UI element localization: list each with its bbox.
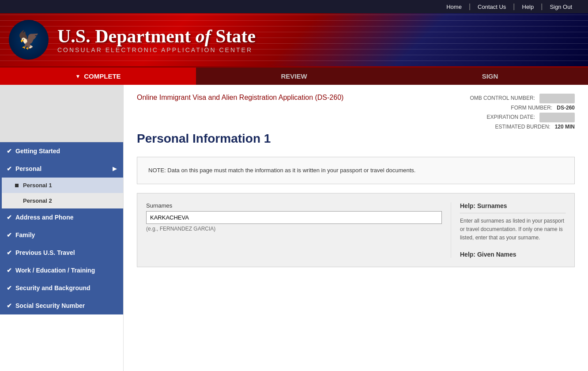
step-review[interactable]: REVIEW xyxy=(196,68,392,85)
contact-link[interactable]: Contact Us xyxy=(471,4,513,10)
omb-label: OMB CONTROL NUMBER: xyxy=(470,94,535,103)
check-icon: ✔ xyxy=(7,148,12,155)
step-complete[interactable]: ▼ COMPLETE xyxy=(0,68,196,85)
surnames-input[interactable] xyxy=(146,211,442,224)
sidebar-sub-personal1[interactable]: Personal 1 xyxy=(2,178,123,193)
sidebar-item-personal-label: Personal xyxy=(15,165,41,172)
page-heading: Personal Information 1 xyxy=(137,132,575,146)
form-left: Surnames (e.g., FERNANDEZ GARCIA) xyxy=(146,202,442,258)
check-icon-work: ✔ xyxy=(7,267,12,274)
sidebar-item-travel[interactable]: ✔ Previous U.S. Travel xyxy=(0,244,123,261)
check-icon-family: ✔ xyxy=(7,231,12,238)
sidebar-item-family[interactable]: ✔ Family xyxy=(0,226,123,244)
department-seal: 🦅 xyxy=(9,20,49,60)
sidebar-item-security[interactable]: ✔ Security and Background xyxy=(0,279,123,297)
meta-expiry-row: EXPIRATION DATE: xyxy=(470,113,575,122)
arrow-icon: ▼ xyxy=(75,73,80,80)
sidebar-top-space xyxy=(0,85,123,142)
site-header: 🦅 U.S. Department of State Consular Elec… xyxy=(0,13,588,66)
help-label: Help: xyxy=(460,202,475,209)
main-layout: ✔ Getting Started ✔ Personal ▶ Personal … xyxy=(0,85,588,371)
form-num-label: FORM NUMBER: xyxy=(511,103,552,113)
sidebar-item-work[interactable]: ✔ Work / Education / Training xyxy=(0,261,123,279)
burden-value: 120 MIN xyxy=(555,122,575,132)
help-surnames-name: Surnames xyxy=(475,202,507,209)
department-name: U.S. Department of State xyxy=(57,26,256,46)
sidebar-item-work-label: Work / Education / Training xyxy=(15,267,95,274)
sidebar-item-getting-started-label: Getting Started xyxy=(15,148,60,155)
meta-burden-row: ESTIMATED BURDEN: 120 MIN xyxy=(470,122,575,132)
meta-form-row: FORM NUMBER: DS-260 xyxy=(470,103,575,113)
sidebar-item-security-label: Security and Background xyxy=(15,284,90,292)
sidebar-sub-personal2[interactable]: Personal 2 xyxy=(2,193,123,208)
sidebar-item-family-label: Family xyxy=(15,231,35,238)
progress-bar: ▼ COMPLETE REVIEW SIGN xyxy=(0,66,588,85)
sidebar-item-ssn[interactable]: ✔ Social Security Number xyxy=(0,297,123,314)
top-navigation: Home | Contact Us | Help | Sign Out xyxy=(0,0,588,13)
chevron-right-icon: ▶ xyxy=(113,166,117,172)
note-text: NOTE: Data on this page must match the i… xyxy=(148,167,415,174)
sidebar-item-travel-label: Previous U.S. Travel xyxy=(15,249,75,256)
help-surnames-text: Enter all surnames as listed in your pas… xyxy=(460,213,565,242)
step-sign-label: SIGN xyxy=(482,72,498,80)
sidebar-item-ssn-label: Social Security Number xyxy=(15,302,85,309)
main-content: OMB CONTROL NUMBER: FORM NUMBER: DS-260 … xyxy=(124,85,588,371)
check-icon-travel: ✔ xyxy=(7,249,12,256)
form-meta: OMB CONTROL NUMBER: FORM NUMBER: DS-260 … xyxy=(470,94,575,132)
check-icon-security: ✔ xyxy=(7,284,12,292)
check-icon-ssn: ✔ xyxy=(7,302,12,309)
surnames-hint: (e.g., FERNANDEZ GARCIA) xyxy=(146,226,442,232)
form-section-surnames: Surnames (e.g., FERNANDEZ GARCIA) Help: … xyxy=(137,193,575,268)
department-subtitle: Consular Electronic Application Center xyxy=(57,46,256,53)
header-text: U.S. Department of State Consular Electr… xyxy=(57,26,256,53)
bullet-icon xyxy=(15,184,19,187)
sidebar-sub-personal: Personal 1 Personal 2 xyxy=(0,178,123,208)
form-right: Help: Surnames Enter all surnames as lis… xyxy=(451,202,565,258)
sidebar-item-address[interactable]: ✔ Address and Phone xyxy=(0,208,123,226)
expiry-label: EXPIRATION DATE: xyxy=(486,113,535,122)
step-review-label: REVIEW xyxy=(281,72,307,80)
step-sign[interactable]: SIGN xyxy=(392,68,588,85)
signout-link[interactable]: Sign Out xyxy=(543,4,579,10)
help-surnames-title: Help: Surnames xyxy=(460,202,565,209)
note-box: NOTE: Data on this page must match the i… xyxy=(137,157,575,184)
omb-value xyxy=(539,94,575,103)
form-num-value: DS-260 xyxy=(557,103,575,113)
burden-label: ESTIMATED BURDEN: xyxy=(495,122,550,132)
check-icon-personal: ✔ xyxy=(7,165,12,172)
check-icon-address: ✔ xyxy=(7,214,12,221)
sidebar-item-address-label: Address and Phone xyxy=(15,214,73,221)
sidebar-item-personal[interactable]: ✔ Personal ▶ xyxy=(0,160,123,178)
seal-icon: 🦅 xyxy=(18,30,40,50)
help-link[interactable]: Help xyxy=(515,4,541,10)
sidebar-item-getting-started[interactable]: ✔ Getting Started xyxy=(0,142,123,160)
help-given-name: Given Names xyxy=(475,251,516,258)
sidebar-sub-personal2-label: Personal 2 xyxy=(15,197,52,204)
sidebar: ✔ Getting Started ✔ Personal ▶ Personal … xyxy=(0,85,124,371)
help-given-names-title: Help: Given Names xyxy=(460,251,565,258)
meta-omb-row: OMB CONTROL NUMBER: xyxy=(470,94,575,103)
step-complete-label: COMPLETE xyxy=(84,72,121,80)
home-link[interactable]: Home xyxy=(439,4,469,10)
help-given-label: Help: xyxy=(460,251,475,258)
expiry-value xyxy=(539,113,575,122)
surnames-label: Surnames xyxy=(146,202,442,209)
sidebar-sub-personal1-label: Personal 1 xyxy=(23,182,52,189)
